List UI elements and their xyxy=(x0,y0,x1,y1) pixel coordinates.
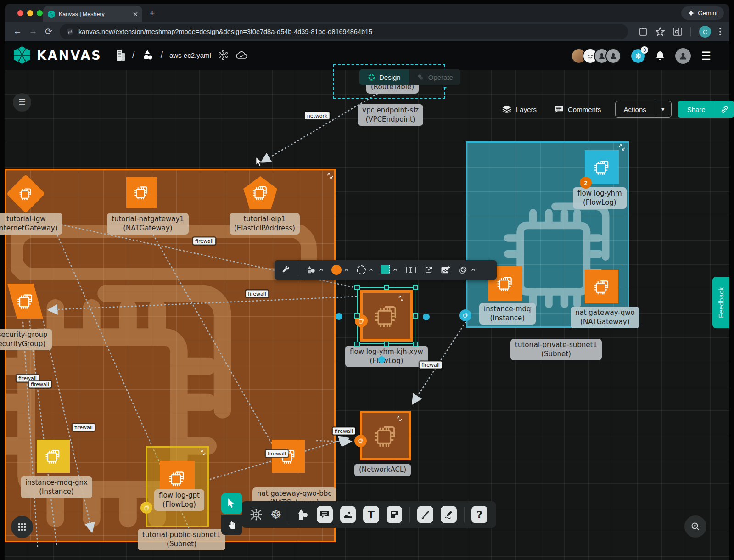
edge-label-firewall: firewall xyxy=(28,381,51,388)
chevron-up-icon xyxy=(393,268,398,272)
apps-grid-button[interactable] xyxy=(11,516,33,538)
hand-icon xyxy=(227,521,236,530)
actions-button[interactable]: Actions xyxy=(616,106,655,113)
shapes-style-button[interactable] xyxy=(306,265,324,274)
node-label-tutorial-igw: tutorial-igw(InternetGateway) xyxy=(0,213,62,235)
actions-button-group: Actions ▼ xyxy=(615,101,672,118)
feedback-tab[interactable]: Feedback xyxy=(712,277,729,328)
component-mesh-tool[interactable] xyxy=(249,508,263,521)
network-acl-badge[interactable] xyxy=(354,435,367,447)
node-label-vpc-endpoint[interactable]: vpc endpoint-slz(VPCEndpoint) xyxy=(358,104,423,126)
edge-label-firewall: firewall xyxy=(193,237,216,245)
collapse-icon[interactable] xyxy=(200,450,206,455)
comments-button[interactable]: Comments xyxy=(554,105,601,114)
configure-wrench-icon[interactable] xyxy=(281,265,290,274)
node-label-network-acl: (NetworkACL) xyxy=(354,464,411,476)
collapse-icon[interactable] xyxy=(398,296,404,301)
alignment-dot xyxy=(423,314,430,320)
node-nat-gateway-qwo[interactable] xyxy=(585,270,618,303)
open-in-new-icon[interactable] xyxy=(424,266,433,274)
layers-button[interactable]: Layers xyxy=(502,105,537,114)
border-style-button[interactable] xyxy=(357,265,373,274)
node-label-tutorial-eip1: tutorial-eip1(ElasticIPAddress) xyxy=(230,213,300,235)
node-label-security-group: al-security-group(SecurityGroup) xyxy=(0,329,52,350)
collapse-icon[interactable] xyxy=(619,144,625,151)
copy-link-button[interactable] xyxy=(715,106,734,113)
node-label-flow-log-selected: flow log-yhm-kjh-xyw(FlowLog) xyxy=(345,346,428,367)
node-label-flow-log-yhm: flow log-yhm(FlowLog) xyxy=(573,187,627,209)
alignment-dot xyxy=(378,356,385,363)
edge-label-firewall: firewall xyxy=(332,427,355,435)
resize-handle[interactable] xyxy=(413,313,418,319)
note-tool[interactable] xyxy=(387,506,403,523)
link-icon xyxy=(721,106,728,113)
toolbar-divider xyxy=(289,507,289,522)
resize-handle[interactable] xyxy=(413,285,418,290)
alignment-dot xyxy=(336,313,342,320)
label-width-icon[interactable] xyxy=(405,266,416,274)
edge-label-network: network xyxy=(305,112,330,120)
node-label-public-subnet: tutorial-public-subnet1(Subnet) xyxy=(138,529,225,550)
edge-label-firewall: firewall xyxy=(419,361,442,369)
resize-handle[interactable] xyxy=(413,342,418,347)
resize-handle[interactable] xyxy=(384,342,389,347)
node-label-instance-mdq-gnx: instance-mdq-gnx(Instance) xyxy=(21,476,92,498)
chevron-up-icon xyxy=(471,268,476,272)
kanvas-app-screen: (RouteTable) ≡ vpc endpoint-slz(VPCEndpo… xyxy=(0,0,734,560)
kubernetes-tool[interactable]: ☸ xyxy=(270,507,281,522)
node-tutorial-natgateway1[interactable] xyxy=(126,177,157,208)
comment-tool[interactable] xyxy=(317,506,333,523)
line-tool[interactable] xyxy=(417,506,433,523)
collapse-icon[interactable] xyxy=(327,173,333,179)
node-flow-log-selected[interactable] xyxy=(360,290,413,342)
comments-icon xyxy=(554,105,564,114)
actions-dropdown-arrow[interactable]: ▼ xyxy=(655,106,671,112)
node-label-nat-gateway-qwo: nat gateway-qwo(NATGateway) xyxy=(571,307,639,328)
node-instance-mdq-gnx[interactable] xyxy=(37,440,70,473)
edge-label-firewall: firewall xyxy=(265,450,288,458)
pan-tool-button[interactable] xyxy=(221,515,242,535)
select-tool-button[interactable] xyxy=(221,493,242,514)
node-color-button[interactable] xyxy=(331,265,349,275)
chevron-up-icon xyxy=(344,268,349,272)
color-swatch-orange xyxy=(331,265,342,275)
add-image-icon[interactable] xyxy=(441,266,450,274)
share-button[interactable]: Share xyxy=(678,106,715,113)
operate-mode-tab[interactable]: Operate xyxy=(409,69,460,85)
subnet-edge-handle[interactable] xyxy=(459,309,471,321)
resize-handle[interactable] xyxy=(384,285,389,290)
resize-handle[interactable] xyxy=(354,285,360,290)
grid-dots-icon xyxy=(18,523,26,531)
shapes-tool[interactable] xyxy=(297,509,309,521)
edge-label-firewall: firewall xyxy=(72,424,95,431)
mode-toggle: Design Operate xyxy=(359,69,460,85)
resize-handle[interactable] xyxy=(354,313,360,319)
flow-log-gpt-badge[interactable] xyxy=(140,502,152,514)
collapse-icon[interactable] xyxy=(397,416,402,421)
toolbar-divider xyxy=(409,507,410,522)
chevron-up-icon xyxy=(369,268,373,272)
zoom-in-icon xyxy=(691,522,700,531)
design-mode-tab[interactable]: Design xyxy=(359,69,409,85)
design-mode-icon xyxy=(368,73,375,81)
bottom-toolbar: ☸ T ? xyxy=(242,501,496,528)
cursor-icon xyxy=(227,498,236,509)
canvas-controls: Layers Comments Actions ▼ Share xyxy=(502,101,734,118)
zoom-button[interactable] xyxy=(684,515,706,538)
fill-swatch-icon xyxy=(381,265,390,274)
image-tool[interactable] xyxy=(340,506,356,523)
mouse-cursor xyxy=(255,157,264,167)
freehand-tool[interactable] xyxy=(441,506,457,523)
help-tool[interactable]: ? xyxy=(471,506,487,523)
layers-icon xyxy=(502,105,512,114)
routetable-badge-icon: ≡ xyxy=(443,85,447,92)
node-network-acl[interactable] xyxy=(360,411,411,460)
layers-opacity-button[interactable] xyxy=(458,265,476,274)
resize-handle[interactable] xyxy=(354,342,360,347)
text-tool[interactable]: T xyxy=(363,506,379,523)
edge-label-firewall: firewall xyxy=(246,290,269,298)
canvas-menu-button[interactable]: ☰ xyxy=(13,93,31,112)
node-label-instance-mdq: instance-mdq(Instance) xyxy=(479,303,536,325)
toolbar-divider xyxy=(464,507,465,522)
fill-style-button[interactable] xyxy=(381,265,398,274)
